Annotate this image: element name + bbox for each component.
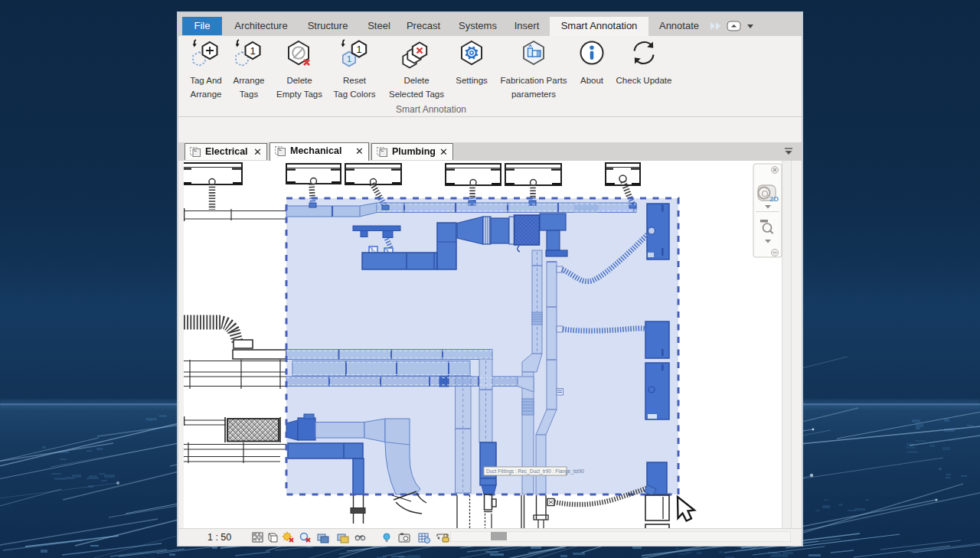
svg-text:1: 1 [347, 54, 351, 64]
svg-text:1: 1 [250, 45, 255, 57]
svg-text:2D: 2D [769, 194, 779, 203]
svg-text:Duct Fittings : Rec_Duct_tr90: Duct Fittings : Rec_Duct_tr90 : Flange_t… [486, 468, 584, 475]
svg-text:1: 1 [357, 44, 362, 55]
